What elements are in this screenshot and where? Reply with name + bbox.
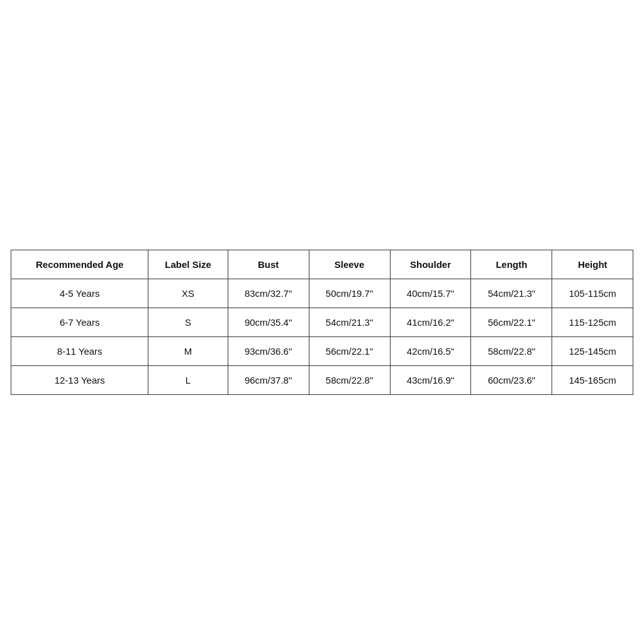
cell-sleeve: 58cm/22.8" — [309, 365, 390, 394]
cell-label-size: M — [148, 336, 228, 365]
cell-sleeve: 50cm/19.7" — [309, 279, 390, 308]
cell-shoulder: 43cm/16.9" — [390, 365, 471, 394]
cell-sleeve: 56cm/22.1" — [309, 336, 390, 365]
header-label-size: Label Size — [148, 250, 228, 279]
cell-bust: 90cm/35.4" — [228, 308, 309, 336]
header-height: Height — [552, 250, 633, 279]
cell-length: 56cm/22.1" — [471, 308, 552, 336]
header-recommended-age: Recommended Age — [11, 250, 148, 279]
table-header-row: Recommended Age Label Size Bust Sleeve S… — [11, 250, 633, 279]
cell-length: 60cm/23.6" — [471, 365, 552, 394]
cell-bust: 96cm/37.8" — [228, 365, 309, 394]
cell-length: 58cm/22.8" — [471, 336, 552, 365]
cell-age: 6-7 Years — [11, 308, 148, 336]
cell-height: 105-115cm — [552, 279, 633, 308]
cell-height: 125-145cm — [552, 336, 633, 365]
header-shoulder: Shoulder — [390, 250, 471, 279]
table-row: 8-11 YearsM93cm/36.6"56cm/22.1"42cm/16.5… — [11, 336, 633, 365]
cell-shoulder: 41cm/16.2" — [390, 308, 471, 336]
cell-label-size: L — [148, 365, 228, 394]
header-bust: Bust — [228, 250, 309, 279]
cell-label-size: S — [148, 308, 228, 336]
size-chart-table: Recommended Age Label Size Bust Sleeve S… — [11, 250, 633, 395]
cell-height: 145-165cm — [552, 365, 633, 394]
table-row: 4-5 YearsXS83cm/32.7"50cm/19.7"40cm/15.7… — [11, 279, 633, 308]
header-length: Length — [471, 250, 552, 279]
cell-label-size: XS — [148, 279, 228, 308]
cell-shoulder: 40cm/15.7" — [390, 279, 471, 308]
cell-bust: 83cm/32.7" — [228, 279, 309, 308]
table-row: 12-13 YearsL96cm/37.8"58cm/22.8"43cm/16.… — [11, 365, 633, 394]
cell-height: 115-125cm — [552, 308, 633, 336]
cell-age: 4-5 Years — [11, 279, 148, 308]
cell-length: 54cm/21.3" — [471, 279, 552, 308]
table-row: 6-7 YearsS90cm/35.4"54cm/21.3"41cm/16.2"… — [11, 308, 633, 336]
header-sleeve: Sleeve — [309, 250, 390, 279]
cell-sleeve: 54cm/21.3" — [309, 308, 390, 336]
cell-shoulder: 42cm/16.5" — [390, 336, 471, 365]
cell-age: 12-13 Years — [11, 365, 148, 394]
cell-bust: 93cm/36.6" — [228, 336, 309, 365]
size-chart-container: Recommended Age Label Size Bust Sleeve S… — [11, 250, 633, 395]
cell-age: 8-11 Years — [11, 336, 148, 365]
